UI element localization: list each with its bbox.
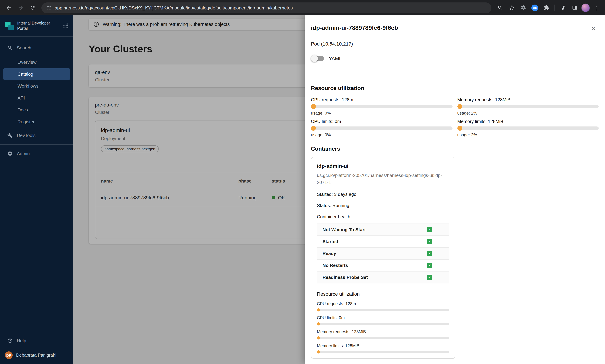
user-avatar: DP bbox=[5, 351, 13, 359]
gear-icon bbox=[520, 5, 526, 11]
url-bar[interactable]: app.harness.io/ng/account/vpCkHKsDSxK9_K… bbox=[41, 2, 491, 13]
browser-chrome: app.harness.io/ng/account/vpCkHKsDSxK9_K… bbox=[0, 0, 605, 15]
meter-track bbox=[457, 105, 599, 108]
sidebar-item-help[interactable]: Help bbox=[3, 335, 70, 347]
resource-utilization-heading: Resource utilization bbox=[311, 85, 599, 91]
container-started: Started: 3 days ago bbox=[317, 192, 449, 197]
container-health-table: Not Waiting To Start ✓ Started ✓ Ready ✓… bbox=[317, 223, 449, 283]
zoom-extension-icon: zm bbox=[531, 4, 538, 11]
sidebar-divider bbox=[0, 144, 73, 145]
extensions-button[interactable] bbox=[541, 3, 551, 13]
sidebar-user[interactable]: DP Debabrata Panigrahi bbox=[0, 347, 73, 364]
sidebar-item-label: Catalog bbox=[17, 71, 33, 77]
meter-label: CPU requests: 128m bbox=[311, 97, 452, 102]
meter-cpu-limits: CPU limits: 0m usage: 0% bbox=[311, 119, 452, 137]
back-button[interactable] bbox=[3, 2, 14, 13]
puzzle-icon bbox=[543, 5, 549, 11]
meter-usage: usage: 2% bbox=[457, 132, 599, 137]
meter-fill-dot bbox=[317, 308, 320, 312]
check-icon: ✓ bbox=[427, 251, 432, 256]
meter-fill-dot bbox=[317, 322, 320, 325]
forward-button[interactable] bbox=[15, 2, 26, 13]
health-check-label: No Restarts bbox=[317, 263, 427, 268]
sidebar-search-label: Search bbox=[17, 45, 31, 51]
sidebar: Internal Developer Portal Search Overvie… bbox=[0, 15, 73, 364]
bookmark-button[interactable] bbox=[507, 3, 517, 13]
sidebar-item-docs[interactable]: Docs bbox=[3, 104, 70, 116]
media-controls-button[interactable] bbox=[558, 3, 568, 13]
meter-fill-dot bbox=[311, 104, 316, 109]
meter-label: Memory requests: 128MiB bbox=[457, 97, 599, 102]
sidebar-item-label: DevTools bbox=[17, 133, 36, 138]
app-root: app.harness.io/ng/account/vpCkHKsDSxK9_K… bbox=[0, 0, 605, 364]
container-meter-memory-limits: Memory limits: 128MiB bbox=[317, 343, 449, 353]
zoom-extension-button[interactable]: zm bbox=[530, 3, 540, 13]
sidebar-item-label: Docs bbox=[17, 107, 28, 112]
meter-track bbox=[317, 337, 449, 339]
meter-track bbox=[317, 351, 449, 353]
health-check-label: Not Waiting To Start bbox=[317, 227, 427, 232]
meter-usage: usage: 2% bbox=[457, 111, 599, 116]
drawer-close-button[interactable]: ✕ bbox=[588, 23, 599, 34]
sidebar-search[interactable]: Search bbox=[3, 41, 70, 55]
sidebar-item-label: API bbox=[17, 95, 25, 101]
sidebar-header: Internal Developer Portal bbox=[0, 15, 73, 37]
extension-gear-button[interactable] bbox=[518, 3, 528, 13]
meter-usage: usage: 0% bbox=[311, 111, 452, 116]
meter-label: CPU limits: 0m bbox=[317, 315, 449, 320]
sidebar-item-workflows[interactable]: Workflows bbox=[3, 80, 70, 92]
health-check-row: Readiness Probe Set ✓ bbox=[317, 272, 449, 283]
container-meter-cpu-requests: CPU requests: 128m bbox=[317, 301, 449, 311]
container-image: us.gcr.io/platform-205701/harness/harnes… bbox=[317, 172, 449, 186]
container-resource-utilization-heading: Resource utilization bbox=[317, 291, 449, 297]
yaml-toggle-label: YAML bbox=[329, 56, 342, 61]
kebab-menu-icon: ⋮ bbox=[594, 4, 599, 11]
gear-icon bbox=[7, 151, 13, 156]
health-check-row: Not Waiting To Start ✓ bbox=[317, 224, 449, 236]
health-check-row: No Restarts ✓ bbox=[317, 260, 449, 272]
meter-label: Memory limits: 128MiB bbox=[317, 343, 449, 348]
sidebar-item-label: Workflows bbox=[17, 83, 38, 89]
meter-label: CPU requests: 128m bbox=[317, 301, 449, 306]
sidebar-item-api[interactable]: API bbox=[3, 92, 70, 104]
container-card: idp-admin-ui us.gcr.io/platform-205701/h… bbox=[311, 157, 455, 359]
pod-meters-grid: CPU requests: 128m usage: 0% Memory requ… bbox=[311, 97, 599, 137]
star-icon bbox=[509, 5, 514, 11]
sidebar-item-overview[interactable]: Overview bbox=[3, 56, 70, 68]
browser-profile-avatar[interactable] bbox=[581, 3, 590, 12]
yaml-toggle-row: YAML bbox=[311, 55, 599, 62]
health-check-row: Started ✓ bbox=[317, 236, 449, 248]
side-panel-button[interactable] bbox=[570, 3, 580, 13]
browser-menu-button[interactable]: ⋮ bbox=[591, 3, 602, 13]
url-text: app.harness.io/ng/account/vpCkHKsDSxK9_K… bbox=[55, 5, 293, 10]
back-icon bbox=[6, 5, 12, 11]
sidebar-divider bbox=[0, 37, 73, 37]
toggle-thumb-icon bbox=[311, 55, 318, 62]
refresh-button[interactable] bbox=[27, 2, 38, 13]
containers-heading: Containers bbox=[311, 146, 599, 152]
meter-fill-dot bbox=[317, 350, 320, 353]
health-check-row: Ready ✓ bbox=[317, 248, 449, 260]
site-controls-icon[interactable] bbox=[46, 5, 52, 10]
apps-grid-icon[interactable] bbox=[64, 24, 68, 28]
check-icon: ✓ bbox=[427, 275, 432, 280]
meter-fill-dot bbox=[457, 104, 462, 109]
drawer-title: idp-admin-ui-7889789fc6-9f6cb bbox=[311, 25, 599, 32]
container-meter-memory-requests: Memory requests: 128MiB bbox=[317, 329, 449, 339]
wrench-icon bbox=[7, 133, 13, 138]
sidebar-item-register[interactable]: Register bbox=[3, 116, 70, 128]
yaml-toggle[interactable] bbox=[312, 56, 324, 61]
sidebar-item-catalog[interactable]: Catalog bbox=[3, 68, 70, 80]
forward-icon bbox=[17, 5, 24, 11]
search-tab-button[interactable] bbox=[495, 3, 505, 13]
meter-usage: usage: 0% bbox=[311, 132, 452, 137]
sidebar-item-label: Register bbox=[17, 119, 35, 124]
sidebar-item-devtools[interactable]: DevTools bbox=[3, 130, 70, 141]
meter-track bbox=[317, 323, 449, 325]
sidebar-item-admin[interactable]: Admin bbox=[3, 148, 70, 159]
refresh-icon bbox=[30, 5, 35, 11]
meter-label: CPU limits: 0m bbox=[311, 119, 452, 124]
sidebar-item-label: Help bbox=[17, 338, 26, 343]
music-note-icon bbox=[560, 5, 566, 11]
meter-label: Memory limits: 128MiB bbox=[457, 119, 599, 124]
